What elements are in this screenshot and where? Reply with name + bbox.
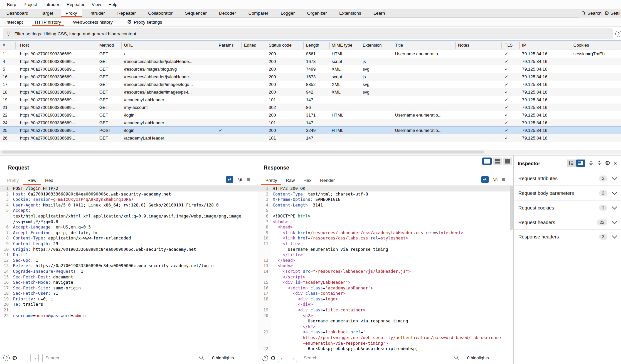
tab-collaborator[interactable]: Collaborator [143, 9, 178, 17]
column-header-cookies[interactable]: Cookies [573, 41, 589, 50]
column-header-mime[interactable]: MIME type [332, 41, 352, 50]
inspector-section-request-attributes[interactable]: Request attributes2 [514, 171, 621, 185]
response-vertical-scrollbar[interactable] [509, 186, 513, 350]
next-match-button[interactable]: → [289, 354, 297, 362]
layout-single-button[interactable] [503, 158, 512, 165]
inspector-section-request-headers[interactable]: Request headers22 [514, 215, 621, 229]
next-match-button[interactable]: → [30, 354, 39, 362]
table-row[interactable]: 1https://0a27001903336689...GET/2008561H… [0, 50, 621, 58]
scrollbar-thumb[interactable] [2, 151, 484, 154]
word-wrap-icon[interactable]: ↵ [226, 176, 233, 183]
expand-all-button[interactable] [588, 161, 594, 166]
tab-decoder[interactable]: Decoder [214, 9, 241, 17]
view-tab-hex[interactable]: Hex [41, 176, 57, 185]
tab-repeater[interactable]: Repeater [112, 9, 141, 17]
chevron-down-icon[interactable] [612, 233, 617, 239]
column-header-url[interactable]: URL [124, 41, 133, 50]
collapse-all-button[interactable] [597, 161, 602, 166]
dock-right-button[interactable] [576, 160, 585, 167]
tab-logger[interactable]: Logger [276, 9, 300, 17]
column-header-title[interactable]: Title [395, 41, 403, 50]
menu-item-burp[interactable]: Burp [3, 2, 20, 7]
tab-intruder[interactable]: Intruder [84, 9, 110, 17]
tab-sequencer[interactable]: Sequencer [180, 9, 212, 17]
search-button[interactable]: Search [581, 11, 602, 16]
table-row[interactable]: 22https://0a27001903336689...GET/login20… [0, 111, 621, 119]
inspector-section-request-body-parameters[interactable]: Request body parameters2 [514, 185, 621, 200]
inspector-settings-gear-icon[interactable]: ⚙ [605, 160, 610, 166]
menu-item-help[interactable]: Help [105, 2, 121, 7]
subtab-http-history[interactable]: HTTP history [32, 18, 65, 26]
scrollbar-thumb[interactable] [510, 186, 513, 230]
inspector-section-request-cookies[interactable]: Request cookies1 [514, 200, 621, 215]
inspector-section-response-headers[interactable]: Response headers3 [514, 229, 621, 244]
column-header-method[interactable]: Method [99, 41, 114, 50]
request-raw-editor[interactable]: 1POST /login HTTP/22Host: 0a270019033366… [0, 185, 258, 351]
column-header-params[interactable]: Params [219, 41, 234, 50]
table-row[interactable]: 5https://0a27001903336689...GET/resource… [0, 65, 621, 73]
previous-match-button[interactable]: ← [20, 354, 28, 362]
help-icon[interactable]: ? [3, 355, 10, 361]
column-header-extension[interactable]: Extension [363, 41, 382, 50]
chevron-down-icon[interactable] [612, 204, 617, 209]
view-tab-pretty[interactable]: Pretty [261, 176, 281, 185]
column-header-length[interactable]: Length [306, 41, 319, 50]
menu-item-project[interactable]: Project [20, 2, 40, 7]
table-row[interactable]: 19https://0a27001903336689...GET/academy… [0, 96, 621, 104]
http-history-table-header[interactable]: #HostMethodURLParamsEditedStatus codeLen… [0, 40, 621, 50]
layout-side-by-side-button[interactable] [482, 158, 492, 165]
table-row[interactable]: 17https://0a27001903336689...GET/resourc… [0, 81, 621, 88]
tab-extensions[interactable]: Extensions [334, 9, 366, 17]
filter-settings-bar[interactable]: Filter settings: Hiding CSS, image and g… [3, 28, 613, 39]
editor-menu-icon[interactable]: ≡ [247, 177, 250, 182]
chevron-down-icon[interactable] [612, 219, 617, 224]
table-row[interactable]: 4https://0a27001903336689...GET/resource… [0, 58, 621, 65]
menu-item-view[interactable]: View [88, 2, 105, 7]
inspector-close-icon[interactable]: × [613, 160, 617, 167]
table-row[interactable]: 24https://0a27001903336689...GET/academy… [0, 119, 621, 127]
column-header-edited[interactable]: Edited [244, 41, 256, 50]
help-icon[interactable]: ? [615, 31, 621, 37]
subtab-intercept[interactable]: Intercept [2, 18, 26, 26]
word-wrap-icon[interactable]: ↵ [481, 176, 489, 183]
request-search-input[interactable] [42, 354, 206, 362]
view-tab-pretty[interactable]: Pretty [3, 176, 23, 185]
column-header-status[interactable]: Status code [269, 41, 292, 50]
tab-proxy[interactable]: Proxy [61, 9, 82, 17]
show-newlines-icon[interactable]: \n [493, 177, 498, 182]
previous-match-button[interactable]: ← [278, 354, 286, 362]
help-icon[interactable]: ? [262, 355, 268, 361]
response-search-input[interactable] [301, 354, 461, 362]
view-tab-render[interactable]: Render [316, 176, 339, 185]
view-tab-raw[interactable]: Raw [281, 176, 299, 185]
subtab-websockets-history[interactable]: WebSockets history [70, 18, 116, 26]
tab-dashboard[interactable]: Dashboard [1, 9, 33, 17]
tab-learn[interactable]: Learn [368, 9, 390, 17]
column-header-ip[interactable]: IP [522, 41, 526, 50]
tab-target[interactable]: Target [36, 9, 58, 17]
chevron-down-icon[interactable] [612, 189, 617, 195]
menu-item-repeater[interactable]: Repeater [63, 2, 88, 7]
table-horizontal-scrollbar[interactable] [0, 150, 621, 155]
tab-organizer[interactable]: Organizer [302, 9, 332, 17]
table-row[interactable]: 21https://0a27001903336689...GET/my-acco… [0, 104, 621, 111]
tab-comparer[interactable]: Comparer [243, 9, 273, 17]
show-newlines-icon[interactable]: \n [238, 177, 242, 182]
table-row[interactable]: 26https://0a27001903336689...GET/academy… [0, 134, 621, 142]
editor-menu-icon[interactable]: ≡ [502, 177, 505, 182]
settings-button[interactable]: ⚙ Settings [604, 11, 621, 16]
table-row[interactable]: 18https://0a27001903336689...GET/resourc… [0, 88, 621, 96]
dock-left-button[interactable] [567, 160, 576, 167]
column-header-tls[interactable]: TLS [505, 41, 513, 50]
column-header-notes[interactable]: Notes [458, 41, 469, 50]
view-tab-raw[interactable]: Raw [23, 176, 41, 185]
menu-item-intruder[interactable]: Intruder [41, 2, 63, 7]
column-header-host[interactable]: Host [20, 41, 29, 50]
table-row[interactable]: 25https://0a27001903336689...POST/login✓… [0, 127, 621, 134]
column-header-id[interactable]: # [3, 41, 5, 50]
response-pretty-editor[interactable]: 1HTTP/2 200 OK2Content-Type: text/html; … [258, 185, 513, 351]
search-settings-gear-icon[interactable]: ⚙ [270, 355, 276, 361]
layout-stacked-button[interactable] [493, 158, 502, 165]
view-tab-hex[interactable]: Hex [299, 176, 316, 185]
chevron-down-icon[interactable] [612, 175, 617, 180]
